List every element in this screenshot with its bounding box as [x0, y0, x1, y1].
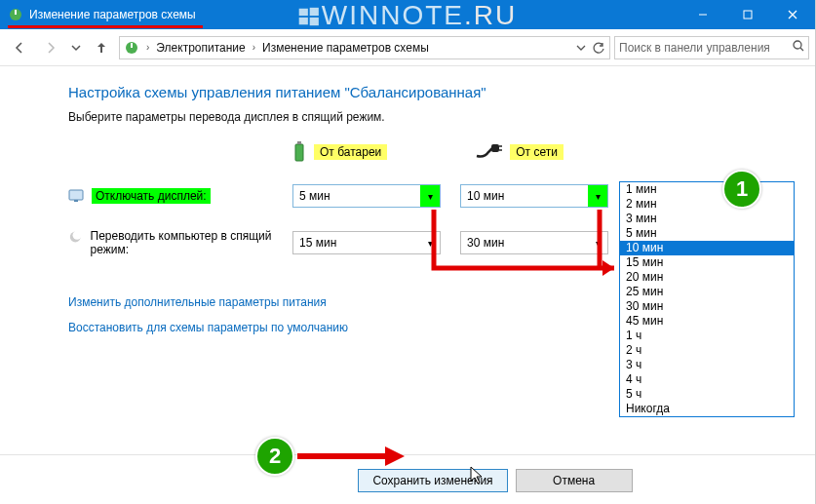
dropdown-history-icon[interactable]	[574, 41, 588, 55]
column-ac: От сети	[475, 141, 563, 163]
svg-rect-20	[74, 200, 78, 202]
chevron-right-icon: ›	[250, 42, 258, 53]
time-option[interactable]: Никогда	[620, 402, 794, 416]
chevron-right-icon: ›	[143, 42, 152, 53]
time-options-popup[interactable]: 1 мин2 мин3 мин5 мин10 мин15 мин20 мин25…	[619, 181, 795, 417]
moon-icon	[68, 229, 83, 245]
breadcrumb-root[interactable]: Электропитание	[156, 41, 245, 55]
cursor-icon	[470, 466, 486, 485]
sleep-ac-value[interactable]	[460, 231, 608, 254]
time-option[interactable]: 5 ч	[620, 387, 794, 402]
row-display-off-label: Отключать дисплей:	[92, 188, 211, 204]
minimize-button[interactable]	[680, 0, 725, 29]
svg-line-13	[800, 48, 803, 51]
sleep-battery-select[interactable]: ▾	[292, 231, 441, 254]
svg-point-22	[73, 231, 82, 240]
search-icon	[793, 40, 804, 55]
refresh-icon[interactable]	[592, 41, 605, 55]
close-button[interactable]	[770, 0, 815, 29]
annotation-badge-2: 2	[255, 437, 294, 476]
time-option[interactable]: 2 ч	[620, 343, 794, 358]
time-option[interactable]: 1 ч	[620, 329, 794, 343]
svg-rect-11	[131, 43, 133, 48]
page-subtext: Выберите параметры перевода дисплея в сп…	[68, 110, 805, 124]
recent-dropdown[interactable]	[68, 34, 84, 61]
time-option[interactable]: 10 мин	[620, 241, 794, 255]
display-off-ac-value[interactable]	[460, 184, 608, 208]
window-title: Изменение параметров схемы	[29, 8, 196, 21]
svg-rect-7	[744, 11, 752, 19]
display-off-battery-value[interactable]	[292, 184, 441, 208]
svg-rect-19	[69, 190, 83, 200]
column-battery-label: От батареи	[314, 144, 387, 160]
column-battery: От батареи	[292, 141, 387, 163]
cancel-button[interactable]: Отмена	[516, 469, 633, 492]
address-bar[interactable]: › Электропитание › Изменение параметров …	[119, 36, 610, 59]
display-off-battery-select[interactable]: ▾	[292, 184, 441, 208]
page-heading: Настройка схемы управления питанием "Сба…	[68, 84, 805, 100]
breadcrumb-leaf[interactable]: Изменение параметров схемы	[262, 41, 429, 55]
display-icon	[68, 188, 84, 204]
power-icon	[124, 40, 139, 56]
time-option[interactable]: 1 мин	[620, 182, 794, 197]
chevron-down-icon[interactable]: ▾	[420, 185, 440, 207]
time-option[interactable]: 45 мин	[620, 314, 794, 329]
titlebar: Изменение параметров схемы	[0, 0, 815, 29]
annotation-underline	[8, 25, 203, 28]
battery-icon	[292, 141, 306, 163]
search-placeholder: Поиск в панели управления	[619, 41, 770, 55]
time-option[interactable]: 5 мин	[620, 226, 794, 241]
svg-rect-16	[491, 144, 499, 152]
time-option[interactable]: 30 мин	[620, 299, 794, 314]
svg-point-12	[794, 41, 801, 49]
time-option[interactable]: 3 ч	[620, 358, 794, 372]
annotation-badge-1: 1	[722, 170, 761, 209]
svg-rect-5	[15, 10, 17, 15]
chevron-down-icon[interactable]: ▾	[588, 232, 607, 253]
time-option[interactable]: 4 ч	[620, 372, 794, 387]
time-option[interactable]: 25 мин	[620, 285, 794, 299]
chevron-down-icon[interactable]: ▾	[588, 185, 607, 207]
column-ac-label: От сети	[510, 144, 563, 160]
forward-button[interactable]	[37, 34, 64, 61]
time-option[interactable]: 3 мин	[620, 212, 794, 226]
chevron-down-icon[interactable]: ▾	[420, 232, 440, 253]
search-input[interactable]: Поиск в панели управления	[614, 36, 809, 59]
up-button[interactable]	[88, 34, 115, 61]
time-option[interactable]: 15 мин	[620, 255, 794, 270]
back-button[interactable]	[6, 34, 33, 61]
row-sleep-label: Переводить компьютер в спящий режим:	[91, 229, 292, 256]
sleep-ac-select[interactable]: ▾	[460, 231, 608, 254]
power-options-icon	[8, 7, 23, 22]
navbar: › Электропитание › Изменение параметров …	[0, 29, 815, 66]
sleep-battery-value[interactable]	[292, 231, 441, 254]
time-option[interactable]: 2 мин	[620, 197, 794, 212]
svg-rect-15	[297, 141, 301, 144]
maximize-button[interactable]	[725, 0, 770, 29]
time-option[interactable]: 20 мин	[620, 270, 794, 285]
svg-rect-14	[295, 144, 303, 161]
plug-icon	[475, 144, 502, 160]
display-off-ac-select[interactable]: ▾	[460, 184, 608, 208]
